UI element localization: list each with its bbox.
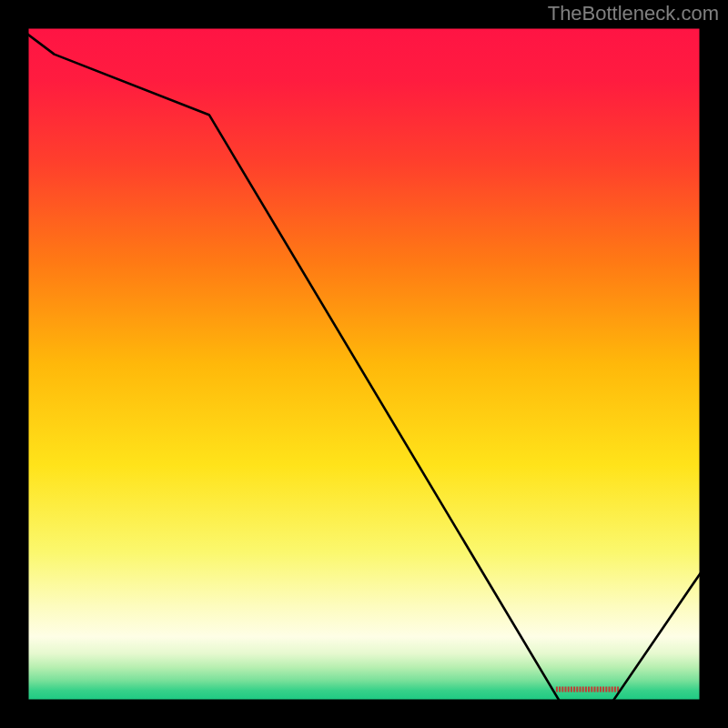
chart-stage: TheBottleneck.com	[0, 0, 728, 728]
watermark-text: TheBottleneck.com	[548, 2, 719, 25]
gradient-background	[27, 27, 701, 701]
plot-frame	[27, 27, 701, 701]
chart-svg	[27, 27, 701, 701]
